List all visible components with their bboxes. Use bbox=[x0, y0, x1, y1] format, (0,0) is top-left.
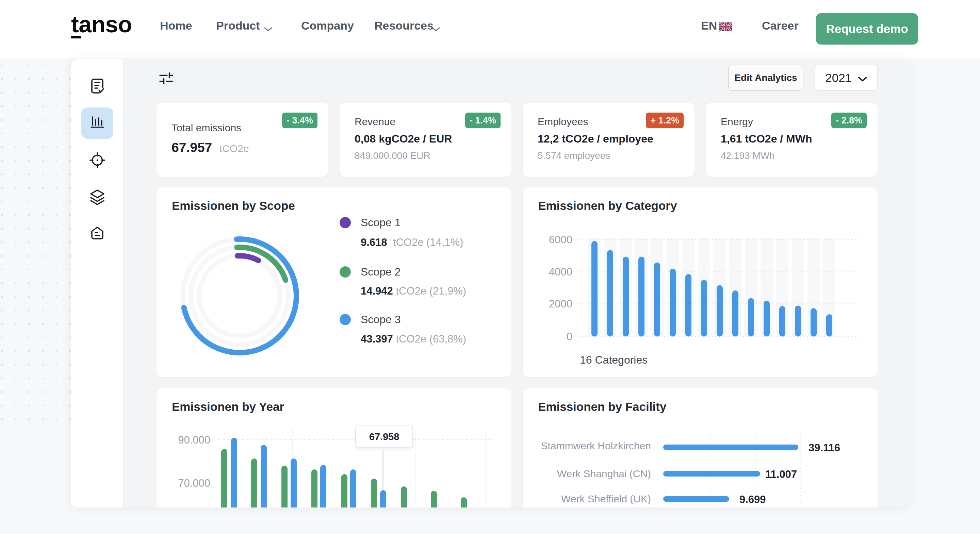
svg-text:90.000: 90.000 bbox=[178, 434, 210, 446]
svg-text:2000: 2000 bbox=[549, 298, 572, 310]
svg-text:6000: 6000 bbox=[549, 234, 572, 246]
svg-text:4000: 4000 bbox=[549, 266, 572, 278]
svg-text:0: 0 bbox=[566, 331, 572, 343]
svg-text:70.000: 70.000 bbox=[178, 477, 210, 489]
